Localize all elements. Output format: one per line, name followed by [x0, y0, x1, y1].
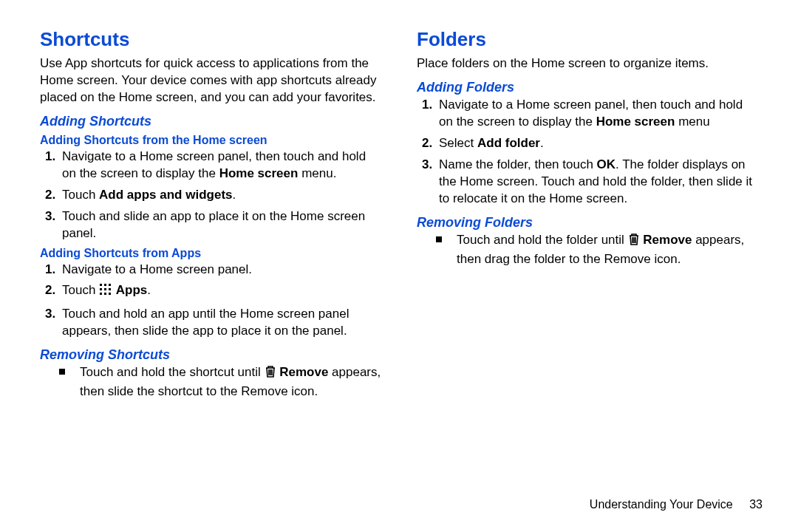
- bold-remove: Remove: [279, 365, 328, 379]
- svg-rect-3: [100, 288, 102, 290]
- steps-from-apps: Navigate to a Home screen panel. Touch A…: [59, 262, 381, 341]
- bold-add-folder: Add folder: [477, 136, 540, 150]
- list-item: Navigate to a Home screen panel.: [59, 262, 381, 279]
- subheading-adding-shortcuts: Adding Shortcuts: [40, 114, 381, 129]
- list-item: Touch and hold the folder until Remove a…: [436, 232, 758, 268]
- list-item: Navigate to a Home screen panel, then to…: [436, 97, 758, 131]
- text: .: [147, 283, 151, 297]
- list-item: Touch Add apps and widgets.: [59, 187, 381, 204]
- text: menu: [675, 115, 709, 129]
- text: .: [540, 136, 544, 150]
- page: Shortcuts Use App shortcuts for quick ac…: [0, 0, 798, 532]
- trash-icon: [265, 365, 276, 383]
- list-item: Touch and hold the shortcut until Remove…: [59, 364, 381, 400]
- bullets-removing-shortcuts: Touch and hold the shortcut until Remove…: [59, 364, 381, 400]
- list-item: Touch Apps.: [59, 282, 381, 301]
- trash-icon: [628, 233, 640, 251]
- svg-rect-2: [109, 284, 111, 286]
- bold-remove: Remove: [643, 233, 692, 247]
- left-column: Shortcuts Use App shortcuts for quick ac…: [31, 27, 399, 532]
- bold-home-screen: Home screen: [219, 166, 299, 180]
- steps-from-home: Navigate to a Home screen panel, then to…: [59, 149, 381, 242]
- bold-ok: OK: [597, 157, 616, 171]
- text: Touch: [62, 283, 99, 297]
- text: Touch: [62, 188, 99, 202]
- bullets-removing-folders: Touch and hold the folder until Remove a…: [436, 232, 758, 268]
- steps-adding-folders: Navigate to a Home screen panel, then to…: [436, 97, 758, 208]
- subheading-from-home: Adding Shortcuts from the Home screen: [40, 134, 381, 147]
- text: Name the folder, then touch: [439, 157, 597, 171]
- text: Touch and hold the shortcut until: [80, 365, 265, 379]
- list-item: Touch and slide an app to place it on th…: [59, 208, 381, 242]
- bold-home-screen: Home screen: [596, 115, 675, 129]
- right-column: Folders Place folders on the Home screen…: [399, 27, 767, 532]
- intro-shortcuts: Use App shortcuts for quick access to ap…: [40, 55, 381, 106]
- intro-folders: Place folders on the Home screen to orga…: [417, 55, 758, 72]
- svg-rect-6: [100, 293, 102, 295]
- svg-rect-4: [104, 288, 106, 290]
- text: .: [233, 188, 236, 202]
- svg-rect-7: [104, 293, 106, 295]
- list-item: Touch and hold an app until the Home scr…: [59, 306, 381, 340]
- text: Select: [439, 136, 477, 150]
- heading-folders: Folders: [417, 28, 758, 51]
- page-footer: Understanding Your Device 33: [590, 498, 763, 511]
- text: Touch and hold the folder until: [457, 233, 628, 247]
- subheading-removing-folders: Removing Folders: [417, 215, 758, 231]
- subheading-adding-folders: Adding Folders: [417, 80, 758, 95]
- bold-apps: Apps: [116, 283, 148, 297]
- subheading-from-apps: Adding Shortcuts from Apps: [40, 247, 381, 260]
- footer-section-name: Understanding Your Device: [590, 498, 733, 511]
- heading-shortcuts: Shortcuts: [40, 28, 381, 51]
- svg-rect-8: [109, 293, 111, 295]
- bold-add-apps-widgets: Add apps and widgets: [99, 188, 232, 202]
- apps-grid-icon: [99, 283, 112, 301]
- svg-rect-1: [104, 284, 106, 286]
- list-item: Name the folder, then touch OK. The fold…: [436, 157, 758, 208]
- text: menu.: [298, 166, 336, 180]
- footer-page-number: 33: [749, 498, 763, 511]
- list-item: Navigate to a Home screen panel, then to…: [59, 149, 381, 183]
- subheading-removing-shortcuts: Removing Shortcuts: [40, 347, 381, 363]
- list-item: Select Add folder.: [436, 135, 758, 152]
- svg-rect-0: [100, 284, 102, 286]
- svg-rect-5: [109, 288, 111, 290]
